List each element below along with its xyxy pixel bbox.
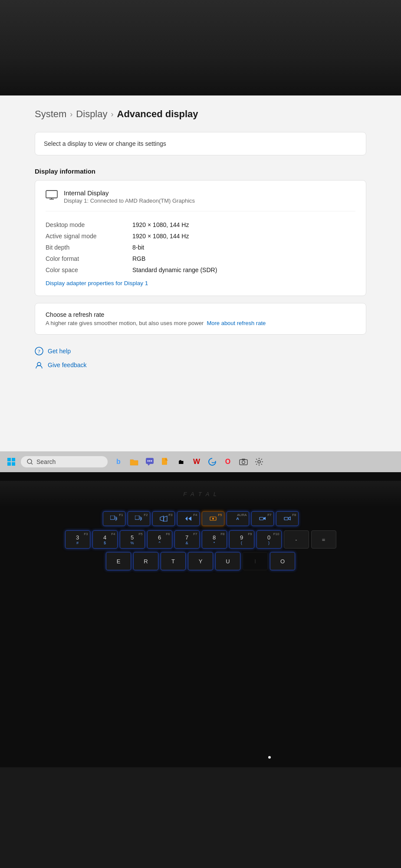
- taskbar-icons: b: [111, 454, 266, 469]
- taskbar-icon-camera[interactable]: [236, 454, 251, 469]
- svg-line-11: [31, 463, 33, 464]
- monitor-icon: [46, 190, 58, 201]
- num-row-keys: F3 3 # F4 4 $ F5 5 % F6 6 ^ F7 7: [9, 530, 392, 549]
- svg-point-28: [212, 518, 214, 519]
- refresh-rate-desc-text: A higher rate gives smoother motion, but…: [46, 320, 204, 326]
- refresh-rate-card[interactable]: Choose a refresh rate A higher rate give…: [35, 303, 366, 335]
- key-3[interactable]: F3 3 #: [65, 530, 90, 549]
- spec-value: 1920 × 1080, 144 Hz: [132, 230, 355, 242]
- svg-point-18: [242, 461, 245, 464]
- key-4[interactable]: F4 4 $: [92, 530, 118, 549]
- key-f5[interactable]: F5: [202, 511, 224, 526]
- key-9[interactable]: F9 9 (: [229, 530, 254, 549]
- spec-value: RGB: [132, 253, 355, 264]
- settings-content: System › Display › Advanced display Sele…: [0, 95, 401, 451]
- svg-point-10: [27, 459, 32, 464]
- key-r[interactable]: R: [133, 552, 158, 570]
- search-text: Search: [36, 458, 56, 465]
- display-name-text: Internal Display Display 1: Connected to…: [64, 189, 195, 204]
- spec-label: Color space: [46, 264, 132, 276]
- taskbar-icon-chat[interactable]: [142, 454, 157, 469]
- taskbar: Search b: [0, 451, 401, 472]
- power-indicator: [268, 756, 271, 759]
- key-5[interactable]: F5 5 %: [120, 530, 145, 549]
- spec-label: Active signal mode: [46, 230, 132, 242]
- breadcrumb-system[interactable]: System: [35, 108, 66, 120]
- laptop-bottom: F A T A L F1 F2 F3 F4 F5: [0, 472, 401, 767]
- give-feedback-label: Give feedback: [48, 362, 87, 368]
- help-icon: ?: [35, 347, 43, 355]
- taskbar-icon-word[interactable]: W: [189, 454, 204, 469]
- key-u[interactable]: U: [215, 552, 240, 570]
- give-feedback-link[interactable]: Give feedback: [35, 361, 366, 369]
- svg-rect-21: [110, 516, 115, 519]
- specs-table: Desktop mode 1920 × 1080, 144 Hz Active …: [46, 219, 355, 276]
- spec-row: Color space Standard dynamic range (SDR): [46, 264, 355, 276]
- svg-point-14: [149, 460, 151, 462]
- display-subtitle: Display 1: Connected to AMD Radeon(TM) G…: [64, 197, 195, 204]
- taskbar-icon-explorer[interactable]: 🖿: [174, 454, 188, 469]
- taskbar-icon-opera[interactable]: O: [220, 454, 235, 469]
- start-button[interactable]: [3, 454, 19, 470]
- spec-label: Color format: [46, 253, 132, 264]
- taskbar-icon-files[interactable]: [158, 454, 173, 469]
- key-dash[interactable]: -: [284, 530, 309, 549]
- svg-rect-29: [260, 517, 263, 520]
- keyboard-area: F1 F2 F3 F4 F5 AURA A: [0, 507, 401, 586]
- spec-row: Color format RGB: [46, 253, 355, 264]
- key-t[interactable]: T: [161, 552, 186, 570]
- key-f7[interactable]: F7: [251, 511, 274, 526]
- spec-row: Active signal mode 1920 × 1080, 144 Hz: [46, 230, 355, 242]
- key-f3[interactable]: F3: [152, 511, 175, 526]
- adapter-link[interactable]: Display adapter properties for Display 1: [46, 280, 148, 286]
- display-info-card: Internal Display Display 1: Connected to…: [35, 180, 366, 296]
- spec-row: Desktop mode 1920 × 1080, 144 Hz: [46, 219, 355, 230]
- key-6[interactable]: F6 6 ^: [147, 530, 172, 549]
- help-links: ? Get help Give feedback: [35, 347, 366, 369]
- refresh-rate-desc: A higher rate gives smoother motion, but…: [46, 320, 355, 326]
- svg-text:?: ?: [38, 348, 40, 355]
- top-bezel: [0, 0, 401, 95]
- key-f6[interactable]: AURA A: [227, 511, 249, 526]
- breadcrumb-chevron2: ›: [111, 110, 114, 119]
- taskbar-icon-b[interactable]: b: [111, 454, 126, 469]
- select-display-label: Select a display to view or change its s…: [44, 140, 166, 147]
- key-8[interactable]: F8 8 *: [202, 530, 227, 549]
- key-equals[interactable]: =: [311, 530, 336, 549]
- key-0[interactable]: F10 0 ): [256, 530, 282, 549]
- svg-rect-6: [7, 458, 11, 461]
- key-o[interactable]: O: [270, 552, 295, 570]
- svg-rect-8: [7, 462, 11, 466]
- key-f2[interactable]: F2: [128, 511, 150, 526]
- search-bar[interactable]: Search: [21, 456, 108, 467]
- search-icon: [27, 459, 33, 465]
- screen: System › Display › Advanced display Sele…: [0, 95, 401, 472]
- taskbar-icon-folder[interactable]: [127, 454, 141, 469]
- feedback-icon: [35, 361, 43, 369]
- svg-point-13: [148, 460, 149, 462]
- spec-value: 1920 × 1080, 144 Hz: [132, 219, 355, 230]
- svg-rect-0: [46, 191, 57, 198]
- display-name: Internal Display: [64, 189, 195, 197]
- key-y[interactable]: Y: [188, 552, 213, 570]
- refresh-rate-more-link[interactable]: More about refresh rate: [207, 320, 266, 326]
- select-display-box: Select a display to view or change its s…: [35, 132, 366, 155]
- key-i[interactable]: I: [243, 552, 268, 570]
- laptop-brand: F A T A L: [183, 491, 218, 497]
- section-header-display-info: Display information: [35, 168, 366, 175]
- key-7[interactable]: F7 7 &: [174, 530, 200, 549]
- laptop-hinge: F A T A L: [0, 481, 401, 507]
- breadcrumb-display[interactable]: Display: [76, 108, 107, 120]
- key-f4[interactable]: F4: [177, 511, 200, 526]
- taskbar-icon-settings[interactable]: [252, 454, 266, 469]
- breadcrumb: System › Display › Advanced display: [35, 108, 366, 120]
- breadcrumb-advanced: Advanced display: [117, 108, 198, 120]
- taskbar-icon-edge[interactable]: [205, 454, 220, 469]
- spec-value: 8-bit: [132, 242, 355, 253]
- get-help-link[interactable]: ? Get help: [35, 347, 366, 355]
- key-f8[interactable]: F8: [276, 511, 299, 526]
- key-e[interactable]: E: [106, 552, 131, 570]
- key-f1[interactable]: F1: [103, 511, 125, 526]
- get-help-label: Get help: [48, 348, 71, 355]
- spec-label: Bit depth: [46, 242, 132, 253]
